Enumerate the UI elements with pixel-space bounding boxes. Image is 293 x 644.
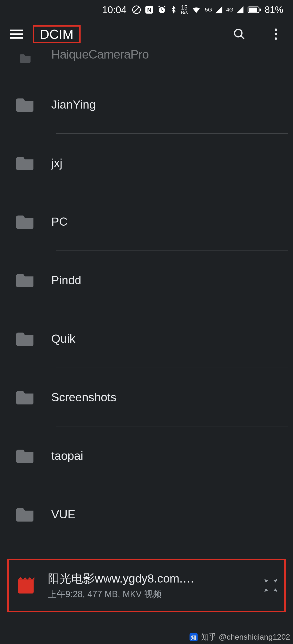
list-item[interactable]: Screenshots <box>0 368 293 426</box>
battery-percent: 81% <box>265 5 283 15</box>
folder-name: jxj <box>51 156 286 170</box>
folder-icon <box>16 330 35 347</box>
folder-icon <box>16 448 35 464</box>
svg-point-15 <box>275 28 277 31</box>
svg-line-1 <box>134 7 139 12</box>
title-highlight: DCIM <box>33 25 81 43</box>
folder-icon <box>16 155 35 171</box>
page-title: DCIM <box>34 25 79 43</box>
battery-icon <box>247 6 261 14</box>
list-item[interactable]: Quik <box>0 309 293 368</box>
list-item[interactable]: VUE <box>0 485 293 544</box>
signal-1-icon <box>215 6 223 14</box>
watermark-text: 知乎 @chenshiqiang1202 <box>201 632 290 642</box>
network-5g-label: 5G <box>205 7 212 12</box>
svg-line-5 <box>158 6 160 7</box>
folder-name: PC <box>51 215 286 228</box>
bluetooth-icon <box>170 5 177 14</box>
folder-icon <box>16 96 35 113</box>
nfc-icon: N <box>145 5 154 14</box>
video-file-text: 阳光电影www.ygdy8.com.… 上午9:28, 477 MB, MKV … <box>48 571 250 600</box>
folder-name: Quik <box>51 332 286 346</box>
status-time: 10:04 <box>102 4 126 15</box>
svg-text:知: 知 <box>191 634 196 640</box>
folder-name: Pindd <box>51 274 286 287</box>
folder-icon <box>16 272 35 288</box>
folder-icon <box>16 213 35 230</box>
wifi-icon <box>191 5 201 14</box>
svg-line-14 <box>241 36 244 39</box>
video-file-meta: 上午9:28, 477 MB, MKV 视频 <box>48 588 250 600</box>
folder-icon <box>16 506 35 522</box>
list-item[interactable]: Pindd <box>0 251 293 309</box>
expand-button[interactable] <box>262 577 279 594</box>
svg-rect-9 <box>259 8 261 11</box>
folder-name: Screenshots <box>51 390 286 404</box>
watermark: 知 知乎 @chenshiqiang1202 <box>186 630 293 644</box>
folder-icon <box>16 53 35 64</box>
list-item[interactable]: HaiqueCameraPro <box>0 44 293 75</box>
alarm-icon <box>157 5 167 14</box>
svg-rect-8 <box>248 8 257 12</box>
network-speed: 15 B/s <box>181 5 188 15</box>
menu-button[interactable] <box>10 28 23 41</box>
video-file-name: 阳光电影www.ygdy8.com.… <box>48 571 250 586</box>
svg-point-16 <box>275 33 277 35</box>
folder-icon <box>16 389 35 406</box>
folder-name: taopai <box>51 449 286 462</box>
search-button[interactable] <box>232 27 247 42</box>
list-item[interactable]: JianYing <box>0 75 293 134</box>
folder-name: JianYing <box>51 98 286 111</box>
svg-text:N: N <box>147 7 151 13</box>
list-item[interactable]: PC <box>0 192 293 251</box>
no-disturb-icon <box>132 5 141 14</box>
network-4g-label: 4G <box>226 7 233 12</box>
svg-line-6 <box>164 6 165 7</box>
folder-name: HaiqueCameraPro <box>51 47 286 62</box>
list-item[interactable]: jxj <box>0 134 293 192</box>
list-item[interactable]: taopai <box>0 426 293 485</box>
more-button[interactable] <box>268 27 283 42</box>
signal-2-icon <box>236 6 244 14</box>
folder-name: VUE <box>51 508 286 521</box>
file-list: HaiqueCameraPro JianYing jxj PC Pindd Qu… <box>0 44 293 644</box>
svg-point-17 <box>275 37 277 40</box>
svg-point-13 <box>235 30 242 37</box>
video-file-icon <box>16 576 36 594</box>
status-bar: 10:04 N 15 B/s 5G 4G 81% <box>0 0 293 20</box>
video-file-item[interactable]: 阳光电影www.ygdy8.com.… 上午9:28, 477 MB, MKV … <box>7 558 286 612</box>
